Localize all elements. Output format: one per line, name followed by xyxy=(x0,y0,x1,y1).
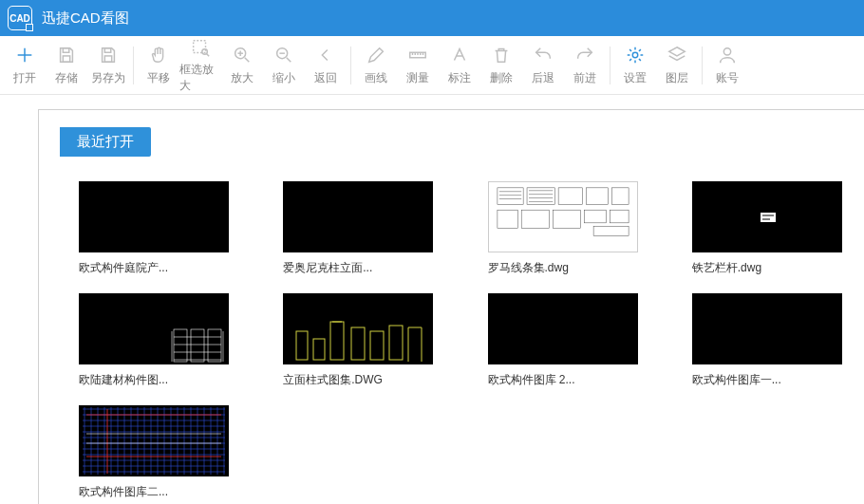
toolbar-back-button[interactable]: 返回 xyxy=(305,39,347,92)
app-icon: CAD xyxy=(8,6,32,30)
toolbar-layers-button[interactable]: 图层 xyxy=(656,39,698,92)
toolbar-gear-button[interactable]: 设置 xyxy=(614,39,656,92)
toolbar-label: 前进 xyxy=(573,70,596,86)
thumbnail[interactable] xyxy=(283,181,433,252)
file-name: 铁艺栏杆.dwg xyxy=(692,260,842,276)
file-name: 爱奥尼克柱立面... xyxy=(283,260,433,276)
toolbar-label: 放大 xyxy=(231,70,254,86)
toolbar-label: 平移 xyxy=(147,70,170,86)
save-icon xyxy=(55,44,78,66)
toolbar-label: 图层 xyxy=(666,70,688,86)
svg-rect-24 xyxy=(79,181,229,252)
svg-rect-2 xyxy=(63,48,68,53)
toolbar-account-button[interactable]: 账号 xyxy=(706,39,748,92)
toolbar-save-button[interactable]: 另存为 xyxy=(87,39,129,92)
toolbar-hand-button[interactable]: 平移 xyxy=(138,39,179,92)
svg-rect-46 xyxy=(761,213,776,222)
redo-icon xyxy=(573,44,596,66)
toolbar-plus-button[interactable]: 打开 xyxy=(4,39,46,92)
toolbar-separator xyxy=(133,47,134,84)
svg-rect-71 xyxy=(692,293,842,364)
text-icon xyxy=(448,44,471,66)
recent-grid: 欧式构件庭院产...爱奥尼克柱立面... 罗马线条集.dwg 铁艺栏杆.dwg xyxy=(60,181,843,500)
hand-icon xyxy=(147,44,170,66)
svg-rect-6 xyxy=(194,40,206,52)
recent-item[interactable]: 立面柱式图集.DWG xyxy=(283,293,433,388)
undo-icon xyxy=(532,44,554,66)
thumbnail[interactable] xyxy=(79,293,229,364)
recent-item[interactable]: 欧式构件图库 2... xyxy=(488,293,638,388)
toolbar-label: 框选放大 xyxy=(179,62,221,94)
toolbar-label: 画线 xyxy=(365,70,387,86)
thumbnail[interactable] xyxy=(488,293,638,364)
toolbar-redo-button[interactable]: 前进 xyxy=(564,39,606,92)
trash-icon xyxy=(490,44,513,66)
toolbar-label: 另存为 xyxy=(91,70,125,86)
toolbar-label: 删除 xyxy=(490,70,513,86)
svg-line-14 xyxy=(287,58,291,63)
thumbnail[interactable] xyxy=(79,405,229,476)
toolbar-save-button[interactable]: 存储 xyxy=(46,39,87,92)
back-icon xyxy=(314,44,337,66)
file-name: 欧式构件图库二... xyxy=(79,484,229,500)
toolbar-label: 打开 xyxy=(13,70,36,86)
svg-rect-70 xyxy=(488,293,638,364)
layers-icon xyxy=(666,44,688,66)
file-name: 欧式构件庭院产... xyxy=(79,260,229,276)
toolbar-text-button[interactable]: 标注 xyxy=(439,39,480,92)
pencil-icon xyxy=(365,44,387,66)
thumbnail[interactable] xyxy=(692,293,842,364)
recent-item[interactable]: 铁艺栏杆.dwg xyxy=(692,181,842,276)
svg-point-23 xyxy=(723,48,730,55)
gear-icon xyxy=(624,44,647,66)
toolbar-label: 设置 xyxy=(624,70,647,86)
recent-item[interactable]: 欧式构件图库二... xyxy=(79,405,229,500)
ruler-icon xyxy=(406,44,429,66)
thumbnail[interactable] xyxy=(79,181,229,252)
svg-rect-59 xyxy=(283,293,433,364)
toolbar-zoom-in-button[interactable]: 放大 xyxy=(221,39,263,92)
thumbnail[interactable] xyxy=(283,293,433,364)
plus-icon xyxy=(13,44,36,66)
toolbar-label: 后退 xyxy=(532,70,554,86)
file-name: 立面柱式图集.DWG xyxy=(283,372,433,388)
toolbar-trash-button[interactable]: 删除 xyxy=(480,39,522,92)
toolbar-separator xyxy=(610,47,610,84)
svg-rect-3 xyxy=(63,56,69,62)
svg-rect-4 xyxy=(104,48,110,53)
toolbar-label: 存储 xyxy=(55,70,78,86)
box-zoom-icon xyxy=(189,37,212,58)
file-name: 欧式构件图库 2... xyxy=(488,372,638,388)
recent-item[interactable]: 罗马线条集.dwg xyxy=(488,181,638,276)
toolbar: 打开存储另存为平移框选放大放大缩小返回画线测量标注删除后退前进设置图层账号 xyxy=(0,36,864,95)
zoom-in-icon xyxy=(231,44,254,66)
toolbar-label: 测量 xyxy=(406,70,429,86)
svg-rect-25 xyxy=(283,181,433,252)
svg-rect-5 xyxy=(104,56,111,62)
save-icon xyxy=(97,44,120,66)
svg-line-10 xyxy=(245,58,250,63)
toolbar-label: 账号 xyxy=(716,70,739,86)
app-title: 迅捷CAD看图 xyxy=(42,9,129,28)
toolbar-label: 缩小 xyxy=(272,70,295,86)
toolbar-zoom-out-button[interactable]: 缩小 xyxy=(263,39,305,92)
account-icon xyxy=(716,44,739,66)
recent-item[interactable]: 爱奥尼克柱立面... xyxy=(283,181,433,276)
toolbar-box-zoom-button[interactable]: 框选放大 xyxy=(179,39,221,92)
recent-item[interactable]: 欧陆建材构件图... xyxy=(79,293,229,388)
file-name: 欧式构件图库一... xyxy=(692,372,842,388)
file-name: 罗马线条集.dwg xyxy=(488,260,638,276)
thumbnail[interactable] xyxy=(692,181,842,252)
toolbar-separator xyxy=(702,47,703,84)
toolbar-pencil-button[interactable]: 画线 xyxy=(355,39,397,92)
recent-item[interactable]: 欧式构件庭院产... xyxy=(79,181,229,276)
toolbar-label: 返回 xyxy=(314,70,337,86)
recent-item[interactable]: 欧式构件图库一... xyxy=(692,293,842,388)
toolbar-label: 标注 xyxy=(448,70,471,86)
section-title: 最近打开 xyxy=(60,127,151,157)
toolbar-undo-button[interactable]: 后退 xyxy=(522,39,564,92)
thumbnail[interactable] xyxy=(488,181,638,252)
file-name: 欧陆建材构件图... xyxy=(79,372,229,388)
toolbar-ruler-button[interactable]: 测量 xyxy=(397,39,439,92)
zoom-out-icon xyxy=(272,44,295,66)
